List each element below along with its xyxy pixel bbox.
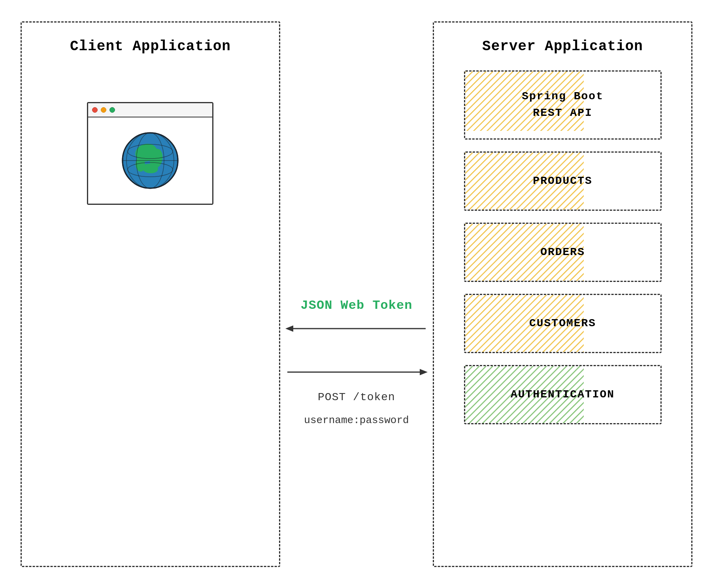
jwt-label: JSON Web Token [301,298,413,313]
orders-label: ORDERS [540,246,585,258]
spring-boot-label: Spring BootREST API [522,88,604,121]
products-box: PRODUCTS [464,151,662,211]
arrows-section: JSON Web Token POST /token username:pass… [280,298,433,426]
post-arrow [285,368,428,376]
dot-yellow [101,107,106,113]
browser-titlebar [88,103,212,117]
dot-red [92,107,98,113]
post-sub: username:password [304,414,409,426]
browser-content [88,117,212,204]
client-application-box: Client Application [21,21,280,567]
customers-box: CUSTOMERS [464,294,662,353]
post-label: POST /token [318,391,395,403]
server-application-box: Server Application Spring BootREST API [433,21,692,567]
authentication-label: AUTHENTICATION [511,388,615,401]
orders-box: ORDERS [464,223,662,282]
spring-boot-box: Spring BootREST API [464,70,662,140]
customers-label: CUSTOMERS [529,317,596,329]
jwt-arrow [285,325,428,333]
products-label: PRODUCTS [533,175,592,187]
server-title: Server Application [482,38,643,55]
globe-icon [119,129,182,192]
authentication-box: AUTHENTICATION [464,365,662,424]
browser-window [87,102,213,205]
diagram-container: Client Application [21,21,692,567]
middle-area: JSON Web Token POST /token username:pass… [280,21,433,567]
client-title: Client Application [70,38,231,55]
dot-green [109,107,115,113]
svg-marker-14 [420,369,428,375]
svg-marker-12 [285,325,293,332]
server-components: Spring BootREST API PRODUCTS [464,70,662,424]
